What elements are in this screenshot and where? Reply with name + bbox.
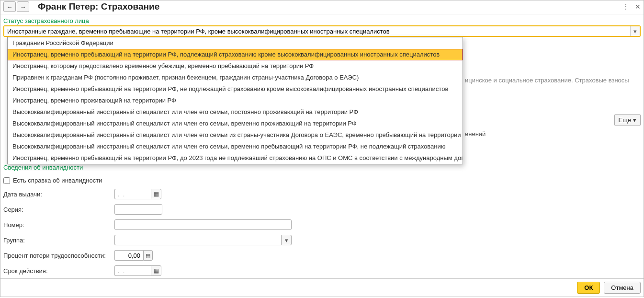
status-combo[interactable]: ▾ [3, 25, 641, 37]
status-option[interactable]: Высококвалифицированный иностранный спец… [8, 141, 463, 152]
calendar-icon: ▦ [154, 267, 159, 274]
chevron-down-icon: ▾ [633, 116, 636, 124]
group-input[interactable] [114, 235, 281, 245]
chevron-down-icon: ▾ [285, 237, 288, 244]
background-hint-text: ицинское и социальное страхование. Страх… [465, 77, 629, 84]
kebab-menu-icon[interactable]: ⋮ [622, 3, 629, 11]
status-input[interactable] [4, 26, 630, 36]
status-section-label: Статус застрахованного лица [3, 17, 641, 24]
window-title: Франк Петер: Страхование [38, 1, 622, 12]
chevron-down-icon: ▾ [633, 28, 637, 35]
percent-label: Процент потери трудоспособности: [3, 252, 114, 259]
status-option[interactable]: Иностранец, временно пребывающий на терр… [8, 49, 463, 60]
validity-input[interactable] [114, 265, 151, 276]
validity-calendar-button[interactable]: ▦ [151, 265, 161, 276]
number-label: Номер: [3, 221, 114, 229]
calendar-icon: ▦ [154, 191, 159, 197]
percent-input[interactable] [114, 250, 143, 261]
disability-section-label: Сведения об инвалидности [3, 164, 641, 171]
validity-label: Срок действия: [3, 267, 114, 275]
cancel-button[interactable]: Отмена [604, 282, 641, 294]
issue-date-input[interactable] [114, 189, 151, 199]
percent-spinner-button[interactable]: ▤ [143, 250, 153, 261]
issue-date-calendar-button[interactable]: ▦ [151, 189, 161, 199]
status-dropdown-button[interactable]: ▾ [630, 26, 640, 36]
status-option[interactable]: Высококвалифицированный иностранный спец… [8, 118, 463, 129]
titlebar: ← → Франк Петер: Страхование ⋮ ✕ [0, 0, 644, 14]
series-input[interactable] [114, 204, 162, 215]
more-button[interactable]: Еще ▾ [614, 114, 641, 126]
status-option[interactable]: Иностранец, временно пребывающий на терр… [8, 152, 463, 164]
status-option[interactable]: Гражданин Российской Федерации [8, 37, 463, 49]
nav-forward-button[interactable]: → [17, 1, 29, 12]
status-option[interactable]: Иностранец, которому предоставлено време… [8, 60, 463, 72]
series-label: Серия: [3, 206, 114, 213]
issue-date-label: Дата выдачи: [3, 191, 114, 198]
disability-certificate-label: Есть справка об инвалидности [13, 177, 102, 184]
status-option[interactable]: Высококвалифицированный иностранный спец… [8, 106, 463, 118]
ok-button[interactable]: ОК [577, 282, 600, 294]
status-option[interactable]: Иностранец, временно пребывающий на терр… [8, 83, 463, 95]
disability-certificate-checkbox[interactable] [3, 177, 10, 184]
status-option[interactable]: Высококвалифицированный иностранный спец… [8, 129, 463, 141]
status-dropdown-list: Гражданин Российской Федерации Иностране… [7, 37, 463, 164]
changes-column-fragment: енений [465, 130, 486, 138]
group-label: Группа: [3, 237, 114, 244]
group-dropdown-button[interactable]: ▾ [281, 235, 292, 245]
status-option[interactable]: Приравнен к гражданам РФ (постоянно прож… [8, 72, 463, 83]
nav-back-button[interactable]: ← [3, 1, 16, 12]
close-icon[interactable]: ✕ [635, 3, 641, 11]
calculator-icon: ▤ [146, 252, 150, 259]
more-button-label: Еще [619, 116, 631, 124]
number-input[interactable] [114, 219, 292, 230]
status-option[interactable]: Иностранец, временно проживающий на терр… [8, 95, 463, 106]
footer: ОК Отмена [0, 278, 644, 297]
